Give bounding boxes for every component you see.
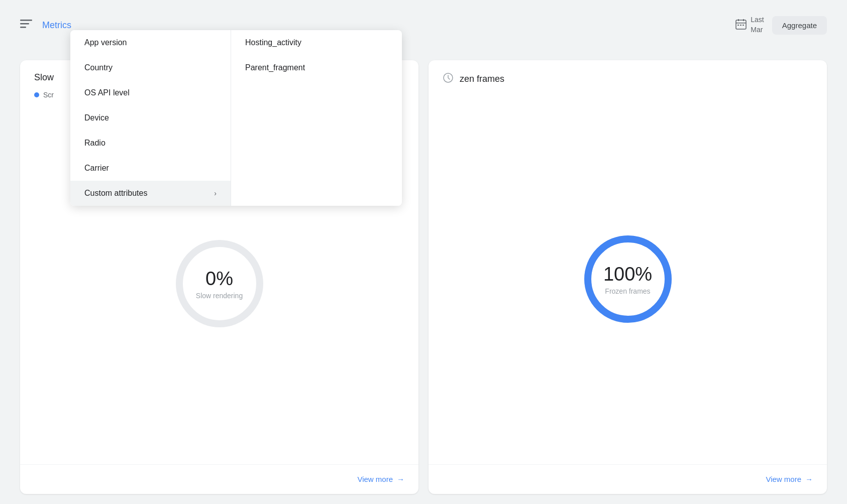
slow-rendering-subtitle: Slow rendering [196,292,243,300]
legend-dot [34,92,39,97]
frozen-frames-title: zen frames [460,74,504,84]
top-bar-right: Last Mar Aggregate [735,15,827,35]
aggregate-button[interactable]: Aggregate [772,16,827,35]
slow-rendering-donut: 0% Slow rendering [169,233,270,334]
svg-rect-4 [738,19,739,21]
dropdown-item-hosting-activity[interactable]: Hosting_activity [231,30,402,55]
svg-rect-2 [20,27,26,28]
dropdown-item-radio[interactable]: Radio [70,131,231,156]
frozen-view-more-label: View more [766,475,801,483]
svg-rect-1 [20,23,29,25]
dropdown-item-os-api-level[interactable]: OS API level [70,80,231,105]
dropdown-item-carrier[interactable]: Carrier [70,156,231,181]
frozen-frames-card-body: 100% Frozen frames [429,94,827,464]
slow-rendering-percent: 0% [196,268,243,290]
slow-rendering-title: Slow [34,72,54,83]
slow-rendering-view-more[interactable]: View more → [357,475,404,483]
dropdown-menu: App version Country OS API level Device … [70,30,402,206]
frozen-frames-donut: 100% Frozen frames [578,229,678,329]
svg-rect-7 [737,25,739,26]
frozen-frames-view-more[interactable]: View more → [766,475,813,483]
dropdown-column-1: App version Country OS API level Device … [70,30,231,206]
dropdown-item-country[interactable]: Country [70,55,231,80]
frozen-frames-donut-center: 100% Frozen frames [603,264,652,295]
view-more-label: View more [357,475,393,483]
frozen-frames-subtitle: Frozen frames [603,287,652,295]
svg-rect-8 [740,25,742,26]
frozen-arrow-right-icon: → [805,475,813,483]
frozen-frames-card: zen frames 100% Frozen frames View more … [429,60,827,494]
slow-rendering-card-footer: View more → [20,464,418,494]
filter-icon[interactable] [20,19,32,32]
metrics-label: Metrics [42,20,71,31]
dropdown-item-parent-fragment[interactable]: Parent_fragment [231,55,402,80]
frozen-frames-percent: 100% [603,264,652,285]
chevron-right-icon: › [214,189,217,197]
arrow-right-icon: → [397,475,404,483]
svg-rect-9 [743,25,744,26]
calendar-icon [735,19,747,32]
svg-rect-5 [743,19,744,21]
legend-label: Scr [43,91,54,99]
frozen-frames-card-footer: View more → [429,464,827,494]
dropdown-item-custom-attributes[interactable]: Custom attributes › [70,181,231,206]
frozen-frames-card-header: zen frames [429,60,827,94]
svg-rect-6 [736,23,746,24]
slow-rendering-donut-center: 0% Slow rendering [196,268,243,300]
dropdown-item-app-version[interactable]: App version [70,30,231,55]
svg-rect-0 [20,20,32,21]
frozen-header-icon [443,72,454,86]
date-text: Last Mar [751,15,764,35]
dropdown-column-2: Hosting_activity Parent_fragment [231,30,402,206]
top-bar-left: Metrics [20,19,71,32]
calendar-section: Last Mar [735,15,764,35]
dropdown-item-device[interactable]: Device [70,105,231,131]
